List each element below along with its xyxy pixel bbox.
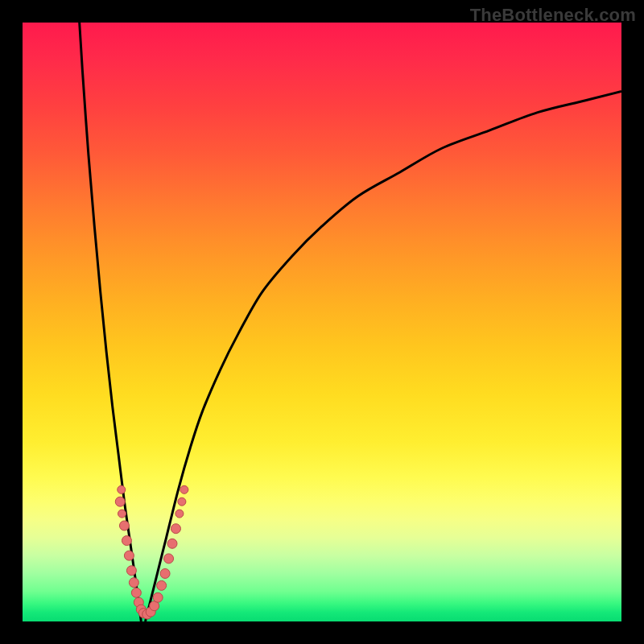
dot: [129, 578, 138, 588]
dot: [131, 588, 141, 597]
dot: [124, 551, 134, 560]
right-branch-curve: [146, 92, 621, 621]
dot: [118, 485, 126, 493]
watermark-text: TheBottleneck.com: [470, 5, 636, 26]
dot: [115, 497, 125, 506]
dot: [118, 510, 126, 518]
left-branch-curve: [80, 23, 142, 621]
curve-layer: [23, 23, 621, 621]
dot: [167, 539, 177, 548]
dot: [122, 536, 131, 546]
plot-area: [23, 23, 621, 621]
dot: [160, 568, 170, 578]
dot: [157, 580, 167, 590]
dot: [175, 510, 184, 518]
dot: [180, 485, 188, 493]
dot: [126, 566, 136, 576]
outer-frame: TheBottleneck.com: [0, 0, 644, 644]
dot: [171, 524, 180, 534]
dot: [153, 592, 163, 602]
dot: [164, 554, 174, 564]
dot: [119, 521, 129, 530]
dot: [178, 497, 186, 506]
